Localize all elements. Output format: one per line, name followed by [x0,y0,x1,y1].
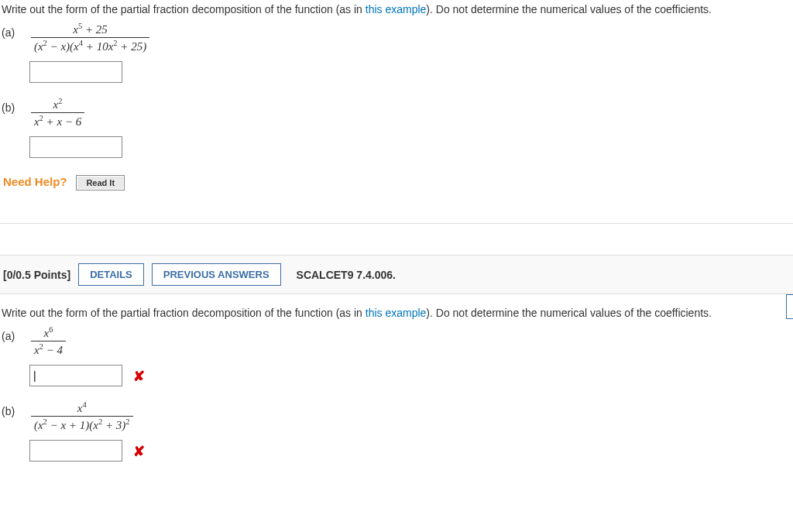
details-button[interactable]: DETAILS [78,263,144,286]
fraction-q1b: x2 x2 + x − 6 [31,97,84,129]
answer-input-q1b[interactable] [29,136,122,158]
answer-input-q1a[interactable] [29,61,122,83]
wrong-icon: ✘ [133,444,145,459]
fraction-q1a: x5 + 25 (x2 − x)(x4 + 10x2 + 25) [31,22,149,53]
denominator: (x2 − x)(x4 + 10x2 + 25) [31,37,149,53]
example-link-2[interactable]: this example [366,307,427,319]
source-text: SCALCET9 7.4.006. [297,269,396,281]
numerator: x6 [31,325,66,341]
part-b-label-2: (b) [2,400,23,417]
numerator: x4 [31,400,133,416]
prompt-post: ). Do not determine the numerical values… [426,3,712,15]
answer-input-q2b[interactable] [29,440,122,462]
read-it-button[interactable]: Read It [76,175,125,190]
previous-answers-button[interactable]: PREVIOUS ANSWERS [152,263,281,286]
prompt-pre: Write out the form of the partial fracti… [2,3,366,15]
fraction-q2b: x4 (x2 − x + 1)(x2 + 3)2 [31,400,133,432]
edge-button[interactable] [786,294,793,319]
points-text: [0/0.5 Points] [3,269,70,281]
question-header: [0/0.5 Points] DETAILS PREVIOUS ANSWERS … [0,255,793,294]
example-link[interactable]: this example [366,3,427,15]
numerator: x2 [31,97,84,112]
numerator: x5 + 25 [31,22,149,37]
part-a-label-2: (a) [2,325,23,342]
denominator: (x2 − x + 1)(x2 + 3)2 [31,416,133,432]
prompt-post: ). Do not determine the numerical values… [426,307,712,319]
denominator: x2 + x − 6 [31,112,84,129]
fraction-q2a: x6 x2 − 4 [31,325,66,357]
wrong-icon: ✘ [133,369,145,384]
prompt-text: Write out the form of the partial fracti… [2,3,791,15]
part-a-label: (a) [2,22,23,39]
need-help-label: Need Help? [3,175,67,188]
denominator: x2 − 4 [31,341,66,357]
part-b-label: (b) [2,97,23,114]
prompt-text-2: Write out the form of the partial fracti… [2,307,791,319]
divider [0,223,793,224]
answer-input-q2a[interactable] [29,365,122,386]
prompt-pre: Write out the form of the partial fracti… [2,307,366,319]
